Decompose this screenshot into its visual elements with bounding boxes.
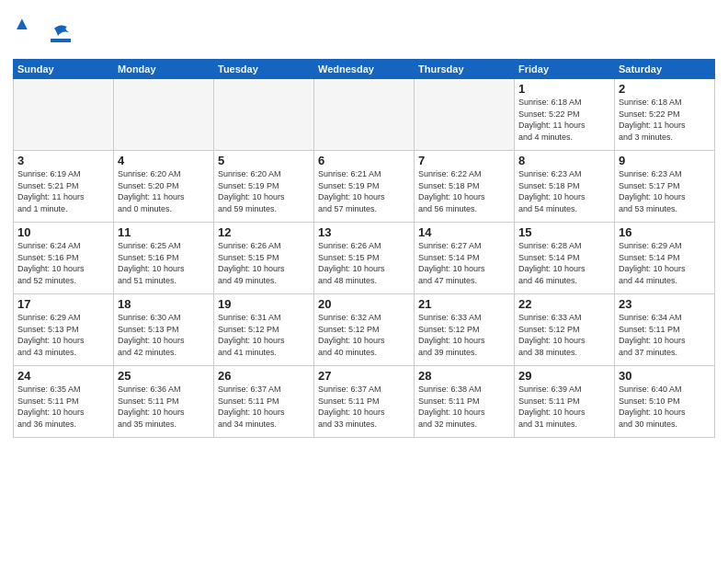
day-info: Sunrise: 6:20 AM Sunset: 5:20 PM Dayligh… <box>118 168 210 214</box>
calendar-cell: 17Sunrise: 6:29 AM Sunset: 5:13 PM Dayli… <box>14 294 114 366</box>
day-number: 13 <box>318 225 410 239</box>
day-info: Sunrise: 6:33 AM Sunset: 5:12 PM Dayligh… <box>418 312 510 358</box>
calendar-cell: 21Sunrise: 6:33 AM Sunset: 5:12 PM Dayli… <box>415 294 515 366</box>
day-info: Sunrise: 6:18 AM Sunset: 5:22 PM Dayligh… <box>619 97 711 143</box>
day-number: 12 <box>218 225 310 239</box>
calendar-cell: 3Sunrise: 6:19 AM Sunset: 5:21 PM Daylig… <box>14 151 114 223</box>
logo-underline <box>51 39 71 42</box>
calendar-cell <box>114 79 214 151</box>
day-number: 25 <box>118 369 210 383</box>
day-info: Sunrise: 6:26 AM Sunset: 5:15 PM Dayligh… <box>218 240 310 286</box>
calendar-cell: 10Sunrise: 6:24 AM Sunset: 5:16 PM Dayli… <box>14 223 114 294</box>
calendar-week-2: 3Sunrise: 6:19 AM Sunset: 5:21 PM Daylig… <box>14 151 715 223</box>
calendar-cell <box>314 79 415 151</box>
day-number: 7 <box>418 154 510 167</box>
day-number: 9 <box>619 154 711 167</box>
calendar-cell: 13Sunrise: 6:26 AM Sunset: 5:15 PM Dayli… <box>314 223 415 294</box>
weekday-header-tuesday: Tuesday <box>214 60 314 79</box>
day-info: Sunrise: 6:28 AM Sunset: 5:14 PM Dayligh… <box>518 240 610 286</box>
calendar-cell: 18Sunrise: 6:30 AM Sunset: 5:13 PM Dayli… <box>114 294 214 366</box>
calendar-week-3: 10Sunrise: 6:24 AM Sunset: 5:16 PM Dayli… <box>14 223 715 294</box>
day-number: 15 <box>518 225 610 239</box>
day-number: 19 <box>218 297 310 311</box>
day-number: 30 <box>619 369 711 383</box>
calendar-cell: 4Sunrise: 6:20 AM Sunset: 5:20 PM Daylig… <box>114 151 214 223</box>
svg-text:▲: ▲ <box>13 13 31 33</box>
calendar-cell <box>415 79 515 151</box>
day-number: 10 <box>17 225 109 239</box>
day-info: Sunrise: 6:23 AM Sunset: 5:18 PM Dayligh… <box>518 168 610 214</box>
calendar-week-1: 1Sunrise: 6:18 AM Sunset: 5:22 PM Daylig… <box>14 79 715 151</box>
weekday-header-saturday: Saturday <box>615 60 715 79</box>
day-number: 5 <box>218 154 310 167</box>
calendar-cell: 29Sunrise: 6:39 AM Sunset: 5:11 PM Dayli… <box>515 366 615 438</box>
day-info: Sunrise: 6:30 AM Sunset: 5:13 PM Dayligh… <box>118 312 210 358</box>
calendar-cell: 8Sunrise: 6:23 AM Sunset: 5:18 PM Daylig… <box>515 151 615 223</box>
calendar-cell: 15Sunrise: 6:28 AM Sunset: 5:14 PM Dayli… <box>515 223 615 294</box>
day-info: Sunrise: 6:20 AM Sunset: 5:19 PM Dayligh… <box>218 168 310 214</box>
day-info: Sunrise: 6:39 AM Sunset: 5:11 PM Dayligh… <box>518 384 610 430</box>
day-info: Sunrise: 6:26 AM Sunset: 5:15 PM Dayligh… <box>318 240 410 286</box>
day-info: Sunrise: 6:23 AM Sunset: 5:17 PM Dayligh… <box>619 168 711 214</box>
day-info: Sunrise: 6:32 AM Sunset: 5:12 PM Dayligh… <box>318 312 410 358</box>
calendar-cell: 30Sunrise: 6:40 AM Sunset: 5:10 PM Dayli… <box>615 366 715 438</box>
day-number: 26 <box>218 369 310 383</box>
calendar-cell: 23Sunrise: 6:34 AM Sunset: 5:11 PM Dayli… <box>615 294 715 366</box>
day-number: 11 <box>118 225 210 239</box>
day-number: 16 <box>619 225 711 239</box>
day-info: Sunrise: 6:34 AM Sunset: 5:11 PM Dayligh… <box>619 312 711 358</box>
calendar-cell: 20Sunrise: 6:32 AM Sunset: 5:12 PM Dayli… <box>314 294 415 366</box>
day-info: Sunrise: 6:38 AM Sunset: 5:11 PM Dayligh… <box>418 384 510 430</box>
calendar-cell <box>14 79 114 151</box>
day-number: 22 <box>518 297 610 311</box>
day-info: Sunrise: 6:40 AM Sunset: 5:10 PM Dayligh… <box>619 384 711 430</box>
calendar-cell: 11Sunrise: 6:25 AM Sunset: 5:16 PM Dayli… <box>114 223 214 294</box>
day-info: Sunrise: 6:27 AM Sunset: 5:14 PM Dayligh… <box>418 240 510 286</box>
day-number: 1 <box>518 82 610 96</box>
day-number: 8 <box>518 154 610 167</box>
day-info: Sunrise: 6:29 AM Sunset: 5:14 PM Dayligh… <box>619 240 711 286</box>
day-info: Sunrise: 6:37 AM Sunset: 5:11 PM Dayligh… <box>318 384 410 430</box>
day-info: Sunrise: 6:35 AM Sunset: 5:11 PM Dayligh… <box>17 384 109 430</box>
calendar-cell <box>214 79 314 151</box>
calendar-cell: 2Sunrise: 6:18 AM Sunset: 5:22 PM Daylig… <box>615 79 715 151</box>
day-info: Sunrise: 6:21 AM Sunset: 5:19 PM Dayligh… <box>318 168 410 214</box>
page-container: ▲ SundayMondayTuesdayWednesdayThur <box>0 0 728 563</box>
day-number: 14 <box>418 225 510 239</box>
calendar-week-5: 24Sunrise: 6:35 AM Sunset: 5:11 PM Dayli… <box>14 366 715 438</box>
logo-bird-icon: ▲ <box>13 9 48 53</box>
day-info: Sunrise: 6:36 AM Sunset: 5:11 PM Dayligh… <box>118 384 210 430</box>
day-info: Sunrise: 6:19 AM Sunset: 5:21 PM Dayligh… <box>17 168 109 214</box>
day-number: 23 <box>619 297 711 311</box>
calendar-cell: 22Sunrise: 6:33 AM Sunset: 5:12 PM Dayli… <box>515 294 615 366</box>
calendar-cell: 5Sunrise: 6:20 AM Sunset: 5:19 PM Daylig… <box>214 151 314 223</box>
weekday-header-sunday: Sunday <box>14 60 114 79</box>
day-number: 2 <box>619 82 711 96</box>
day-info: Sunrise: 6:25 AM Sunset: 5:16 PM Dayligh… <box>118 240 210 286</box>
calendar-cell: 16Sunrise: 6:29 AM Sunset: 5:14 PM Dayli… <box>615 223 715 294</box>
calendar-table: SundayMondayTuesdayWednesdayThursdayFrid… <box>13 59 715 438</box>
calendar-cell: 19Sunrise: 6:31 AM Sunset: 5:12 PM Dayli… <box>214 294 314 366</box>
day-info: Sunrise: 6:31 AM Sunset: 5:12 PM Dayligh… <box>218 312 310 358</box>
day-number: 4 <box>118 154 210 167</box>
weekday-header-thursday: Thursday <box>415 60 515 79</box>
calendar-cell: 14Sunrise: 6:27 AM Sunset: 5:14 PM Dayli… <box>415 223 515 294</box>
page-header: ▲ <box>13 9 715 53</box>
day-number: 29 <box>518 369 610 383</box>
day-number: 28 <box>418 369 510 383</box>
day-info: Sunrise: 6:22 AM Sunset: 5:18 PM Dayligh… <box>418 168 510 214</box>
logo-bird-svg <box>52 21 71 40</box>
logo: ▲ <box>13 9 71 53</box>
day-info: Sunrise: 6:24 AM Sunset: 5:16 PM Dayligh… <box>17 240 109 286</box>
calendar-week-4: 17Sunrise: 6:29 AM Sunset: 5:13 PM Dayli… <box>14 294 715 366</box>
day-info: Sunrise: 6:37 AM Sunset: 5:11 PM Dayligh… <box>218 384 310 430</box>
day-number: 17 <box>17 297 109 311</box>
calendar-cell: 26Sunrise: 6:37 AM Sunset: 5:11 PM Dayli… <box>214 366 314 438</box>
calendar-cell: 6Sunrise: 6:21 AM Sunset: 5:19 PM Daylig… <box>314 151 415 223</box>
day-info: Sunrise: 6:18 AM Sunset: 5:22 PM Dayligh… <box>518 97 610 143</box>
day-number: 18 <box>118 297 210 311</box>
weekday-header-friday: Friday <box>515 60 615 79</box>
logo-text-area <box>51 21 71 42</box>
weekday-header-wednesday: Wednesday <box>314 60 415 79</box>
day-number: 21 <box>418 297 510 311</box>
